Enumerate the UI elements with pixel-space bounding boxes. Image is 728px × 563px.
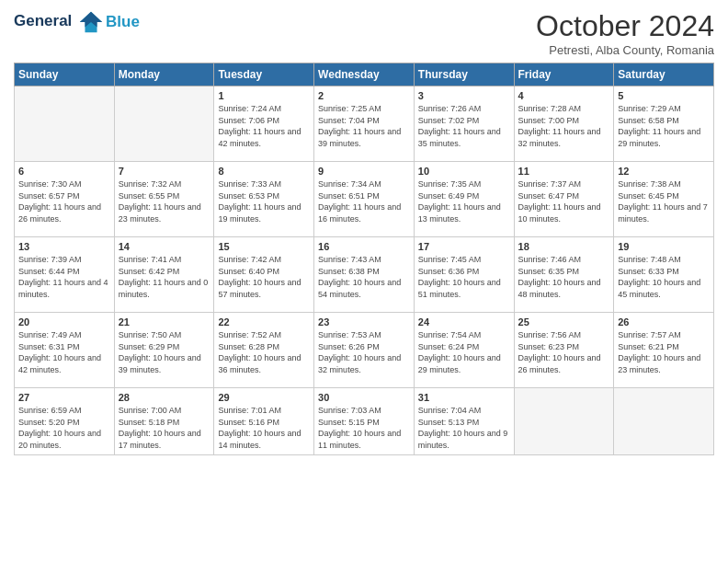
header: General Blue October 2024 Petresti, Alba…	[14, 9, 714, 57]
day-info: Sunrise: 7:38 AM Sunset: 6:45 PM Dayligh…	[618, 178, 710, 224]
day-number: 6	[18, 166, 110, 177]
day-number: 23	[318, 316, 410, 327]
col-monday: Monday	[114, 63, 214, 86]
day-number: 8	[218, 166, 310, 177]
day-info: Sunrise: 7:41 AM Sunset: 6:42 PM Dayligh…	[119, 254, 210, 300]
day-info: Sunrise: 7:34 AM Sunset: 6:51 PM Dayligh…	[318, 178, 410, 224]
day-info: Sunrise: 7:43 AM Sunset: 6:38 PM Dayligh…	[318, 254, 410, 300]
table-row: 20Sunrise: 7:49 AM Sunset: 6:31 PM Dayli…	[15, 313, 115, 388]
day-info: Sunrise: 7:29 AM Sunset: 6:58 PM Dayligh…	[618, 103, 710, 149]
header-row: Sunday Monday Tuesday Wednesday Thursday…	[15, 63, 714, 86]
day-info: Sunrise: 7:04 AM Sunset: 5:13 PM Dayligh…	[418, 405, 510, 451]
table-row: 31Sunrise: 7:04 AM Sunset: 5:13 PM Dayli…	[414, 388, 514, 455]
day-number: 29	[218, 392, 310, 403]
day-info: Sunrise: 7:48 AM Sunset: 6:33 PM Dayligh…	[618, 254, 710, 300]
day-number: 7	[119, 166, 210, 177]
day-number: 3	[418, 90, 510, 101]
table-row: 16Sunrise: 7:43 AM Sunset: 6:38 PM Dayli…	[314, 237, 415, 313]
table-row: 11Sunrise: 7:37 AM Sunset: 6:47 PM Dayli…	[514, 162, 614, 237]
day-info: Sunrise: 7:56 AM Sunset: 6:23 PM Dayligh…	[518, 329, 610, 375]
table-row: 3Sunrise: 7:26 AM Sunset: 7:02 PM Daylig…	[414, 86, 514, 162]
table-row	[514, 388, 614, 455]
day-info: Sunrise: 7:54 AM Sunset: 6:24 PM Dayligh…	[418, 329, 510, 375]
day-info: Sunrise: 7:37 AM Sunset: 6:47 PM Dayligh…	[518, 178, 610, 224]
day-number: 24	[418, 316, 510, 327]
day-number: 5	[618, 90, 710, 101]
day-number: 19	[618, 241, 710, 252]
day-info: Sunrise: 7:49 AM Sunset: 6:31 PM Dayligh…	[18, 329, 110, 375]
table-row: 6Sunrise: 7:30 AM Sunset: 6:57 PM Daylig…	[15, 162, 115, 237]
table-row: 13Sunrise: 7:39 AM Sunset: 6:44 PM Dayli…	[15, 237, 115, 313]
day-info: Sunrise: 7:01 AM Sunset: 5:16 PM Dayligh…	[218, 405, 310, 451]
col-tuesday: Tuesday	[214, 63, 314, 86]
day-number: 27	[18, 392, 110, 403]
day-info: Sunrise: 7:50 AM Sunset: 6:29 PM Dayligh…	[119, 329, 210, 375]
logo-general: General	[14, 12, 72, 29]
table-row: 7Sunrise: 7:32 AM Sunset: 6:55 PM Daylig…	[114, 162, 214, 237]
day-number: 9	[318, 166, 410, 177]
day-number: 12	[618, 166, 710, 177]
title-block: October 2024 Petresti, Alba County, Roma…	[536, 9, 714, 57]
day-number: 15	[218, 241, 310, 252]
table-row: 25Sunrise: 7:56 AM Sunset: 6:23 PM Dayli…	[514, 313, 614, 388]
day-number: 11	[518, 166, 610, 177]
day-info: Sunrise: 7:46 AM Sunset: 6:35 PM Dayligh…	[518, 254, 610, 300]
day-number: 18	[518, 241, 610, 252]
logo-icon	[78, 9, 104, 35]
col-wednesday: Wednesday	[314, 63, 415, 86]
table-row: 5Sunrise: 7:29 AM Sunset: 6:58 PM Daylig…	[614, 86, 714, 162]
day-number: 13	[18, 241, 110, 252]
logo: General Blue	[14, 9, 140, 35]
day-info: Sunrise: 7:35 AM Sunset: 6:49 PM Dayligh…	[418, 178, 510, 224]
day-info: Sunrise: 7:03 AM Sunset: 5:15 PM Dayligh…	[318, 405, 410, 451]
day-info: Sunrise: 7:53 AM Sunset: 6:26 PM Dayligh…	[318, 329, 410, 375]
day-number: 1	[218, 90, 310, 101]
calendar-table: Sunday Monday Tuesday Wednesday Thursday…	[14, 63, 714, 455]
day-number: 25	[518, 316, 610, 327]
table-row: 12Sunrise: 7:38 AM Sunset: 6:45 PM Dayli…	[614, 162, 714, 237]
day-info: Sunrise: 7:30 AM Sunset: 6:57 PM Dayligh…	[18, 178, 110, 224]
location-subtitle: Petresti, Alba County, Romania	[536, 43, 714, 57]
logo-text: General Blue	[14, 9, 140, 35]
day-info: Sunrise: 7:24 AM Sunset: 7:06 PM Dayligh…	[218, 103, 310, 149]
day-info: Sunrise: 7:32 AM Sunset: 6:55 PM Dayligh…	[119, 178, 210, 224]
day-number: 28	[119, 392, 210, 403]
table-row: 30Sunrise: 7:03 AM Sunset: 5:15 PM Dayli…	[314, 388, 415, 455]
table-row: 1Sunrise: 7:24 AM Sunset: 7:06 PM Daylig…	[214, 86, 314, 162]
table-row: 15Sunrise: 7:42 AM Sunset: 6:40 PM Dayli…	[214, 237, 314, 313]
col-sunday: Sunday	[15, 63, 115, 86]
col-thursday: Thursday	[414, 63, 514, 86]
day-number: 10	[418, 166, 510, 177]
table-row: 21Sunrise: 7:50 AM Sunset: 6:29 PM Dayli…	[114, 313, 214, 388]
table-row	[614, 388, 714, 455]
day-info: Sunrise: 7:39 AM Sunset: 6:44 PM Dayligh…	[18, 254, 110, 300]
day-info: Sunrise: 7:26 AM Sunset: 7:02 PM Dayligh…	[418, 103, 510, 149]
col-friday: Friday	[514, 63, 614, 86]
day-number: 21	[119, 316, 210, 327]
day-info: Sunrise: 7:25 AM Sunset: 7:04 PM Dayligh…	[318, 103, 410, 149]
day-number: 22	[218, 316, 310, 327]
col-saturday: Saturday	[614, 63, 714, 86]
day-info: Sunrise: 7:45 AM Sunset: 6:36 PM Dayligh…	[418, 254, 510, 300]
day-info: Sunrise: 7:28 AM Sunset: 7:00 PM Dayligh…	[518, 103, 610, 149]
day-number: 20	[18, 316, 110, 327]
table-row	[15, 86, 115, 162]
day-info: Sunrise: 6:59 AM Sunset: 5:20 PM Dayligh…	[18, 405, 110, 451]
logo-blue: Blue	[106, 13, 140, 31]
day-number: 30	[318, 392, 410, 403]
day-number: 17	[418, 241, 510, 252]
page: General Blue October 2024 Petresti, Alba…	[0, 0, 728, 563]
day-number: 26	[618, 316, 710, 327]
table-row: 18Sunrise: 7:46 AM Sunset: 6:35 PM Dayli…	[514, 237, 614, 313]
day-info: Sunrise: 7:00 AM Sunset: 5:18 PM Dayligh…	[119, 405, 210, 451]
day-number: 2	[318, 90, 410, 101]
day-number: 31	[418, 392, 510, 403]
table-row: 28Sunrise: 7:00 AM Sunset: 5:18 PM Dayli…	[114, 388, 214, 455]
table-row: 22Sunrise: 7:52 AM Sunset: 6:28 PM Dayli…	[214, 313, 314, 388]
table-row: 9Sunrise: 7:34 AM Sunset: 6:51 PM Daylig…	[314, 162, 415, 237]
table-row: 2Sunrise: 7:25 AM Sunset: 7:04 PM Daylig…	[314, 86, 415, 162]
month-title: October 2024	[536, 9, 714, 43]
table-row: 27Sunrise: 6:59 AM Sunset: 5:20 PM Dayli…	[15, 388, 115, 455]
table-row: 24Sunrise: 7:54 AM Sunset: 6:24 PM Dayli…	[414, 313, 514, 388]
day-info: Sunrise: 7:33 AM Sunset: 6:53 PM Dayligh…	[218, 178, 310, 224]
